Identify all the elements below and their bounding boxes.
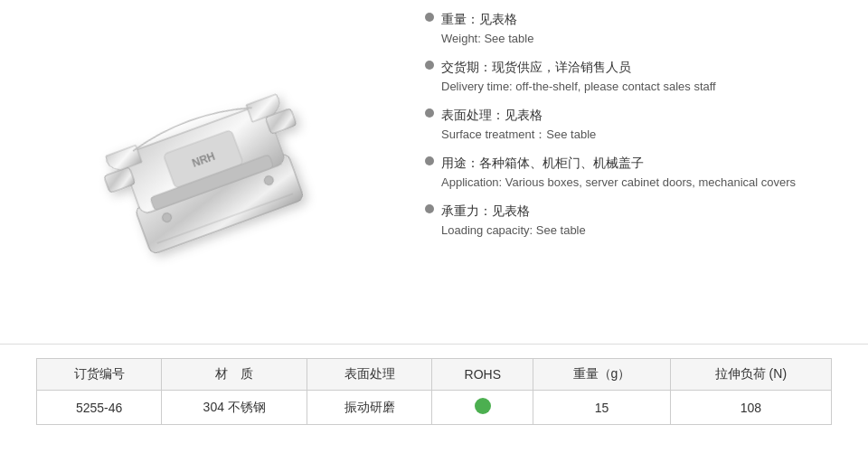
table-header-cell: 材 质: [162, 359, 307, 391]
bullet-icon: [425, 61, 434, 70]
spec-en-application: Application: Various boxes, server cabin…: [425, 174, 841, 192]
spec-item-surface: 表面处理：见表格Surface treatment：See table: [425, 105, 841, 144]
table-header-row: 订货编号材 质表面处理ROHS重量（g）拉伸负荷 (N): [37, 359, 832, 391]
table-cell: 304 不锈钢: [162, 391, 307, 425]
spec-item-weight: 重量：见表格Weight: See table: [425, 9, 841, 48]
specs-container: 重量：见表格Weight: See table交货期：现货供应，详洽销售人员De…: [425, 9, 841, 248]
spec-row-weight: 重量：见表格: [425, 9, 841, 29]
spec-cn-application: 用途：各种箱体、机柜门、机械盖子: [441, 153, 644, 173]
table-body: 5255-46304 不锈钢振动研磨15108: [37, 391, 832, 425]
table-header-cell: 重量（g）: [533, 359, 671, 391]
table-cell: 108: [670, 391, 831, 425]
bullet-icon: [425, 13, 434, 22]
table-header-cell: 订货编号: [37, 359, 162, 391]
spec-item-delivery: 交货期：现货供应，详洽销售人员Delivery time: off-the-sh…: [425, 57, 841, 96]
spec-item-loading: 承重力：见表格Loading capacity: See table: [425, 201, 841, 240]
table-row: 5255-46304 不锈钢振动研磨15108: [37, 391, 832, 425]
spec-row-loading: 承重力：见表格: [425, 201, 841, 221]
bullet-icon: [425, 109, 434, 118]
spec-cn-weight: 重量：见表格: [441, 9, 517, 29]
table-cell: 5255-46: [37, 391, 162, 425]
table-cell: 15: [533, 391, 671, 425]
spec-en-delivery: Delivery time: off-the-shelf, please con…: [425, 78, 841, 96]
spec-row-surface: 表面处理：见表格: [425, 105, 841, 125]
specs-table: 订货编号材 质表面处理ROHS重量（g）拉伸负荷 (N) 5255-46304 …: [36, 358, 832, 425]
product-svg: NRH: [72, 36, 344, 307]
spec-en-weight: Weight: See table: [425, 30, 841, 48]
bullet-icon: [425, 156, 434, 165]
specs-panel: 重量：见表格Weight: See table交货期：现货供应，详洽销售人员De…: [416, 0, 868, 344]
spec-en-surface: Surface treatment：See table: [425, 126, 841, 144]
product-image: NRH: [54, 18, 362, 326]
page-container: NRH: [0, 0, 868, 439]
spec-row-application: 用途：各种箱体、机柜门、机械盖子: [425, 153, 841, 173]
product-image-panel: NRH: [0, 0, 416, 344]
table-cell: [432, 391, 533, 425]
spec-cn-delivery: 交货期：现货供应，详洽销售人员: [441, 57, 631, 77]
spec-cn-loading: 承重力：见表格: [441, 201, 530, 221]
table-header-cell: 表面处理: [307, 359, 432, 391]
spec-en-loading: Loading capacity: See table: [425, 222, 841, 240]
table-cell: 振动研磨: [307, 391, 432, 425]
spec-item-application: 用途：各种箱体、机柜门、机械盖子Application: Various box…: [425, 153, 841, 192]
spec-row-delivery: 交货期：现货供应，详洽销售人员: [425, 57, 841, 77]
table-header-cell: 拉伸负荷 (N): [670, 359, 831, 391]
spec-cn-surface: 表面处理：见表格: [441, 105, 542, 125]
svg-rect-6: [104, 166, 136, 193]
rohs-indicator: [475, 398, 491, 414]
top-row: NRH: [0, 0, 868, 344]
table-section: 订货编号材 质表面处理ROHS重量（g）拉伸负荷 (N) 5255-46304 …: [0, 344, 868, 439]
table-header-cell: ROHS: [432, 359, 533, 391]
bullet-icon: [425, 204, 434, 213]
